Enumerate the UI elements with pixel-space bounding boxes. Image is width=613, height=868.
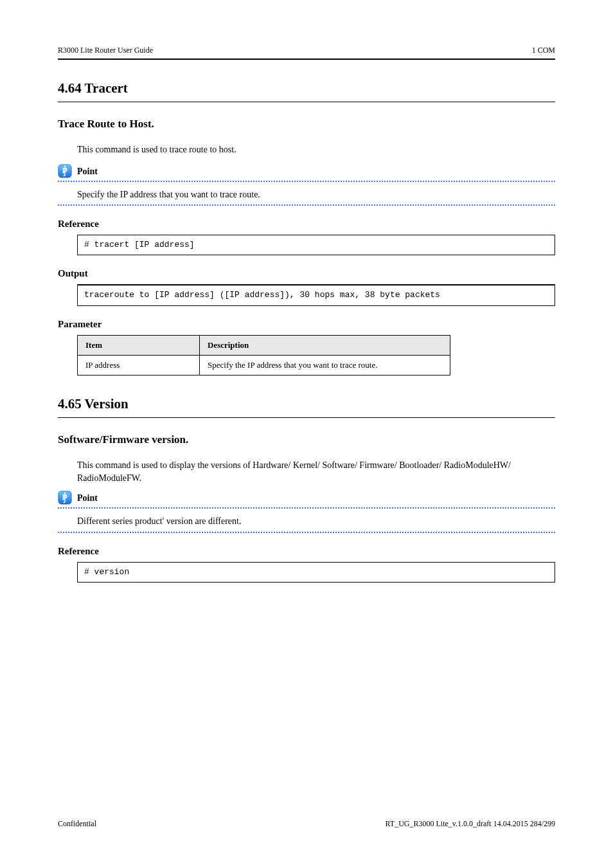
code-box-version: # version	[77, 562, 555, 583]
dotted-rule	[58, 181, 555, 182]
section-subhead-version: Software/Firmware version.	[58, 432, 555, 448]
point-text-1: Specify the IP address that you want to …	[58, 188, 555, 201]
td-description: Specify the IP address that you want to …	[200, 355, 450, 375]
footer-left: Confidential	[58, 818, 96, 829]
output-box-tracert: traceroute to [IP address] ([IP address]…	[77, 284, 555, 305]
code-box-tracert: # tracert [IP address]	[77, 235, 555, 255]
section-rule	[58, 102, 555, 102]
point-label: Point	[77, 165, 98, 178]
section-title-version: 4.65 Version	[58, 395, 555, 413]
reference-label-2: Reference	[58, 545, 555, 558]
th-description: Description	[200, 335, 450, 355]
point-block-1: P Point	[58, 165, 555, 178]
td-item: IP address	[78, 355, 200, 375]
dotted-rule	[58, 532, 555, 533]
point-text-2: Different series product' version are di…	[58, 515, 555, 528]
header-left: R3000 Lite Router User Guide	[58, 45, 153, 56]
parameter-table: Item Description IP address Specify the …	[77, 335, 450, 375]
table-header-row: Item Description	[78, 335, 450, 355]
section-subhead-tracert: Trace Route to Host.	[58, 116, 555, 132]
dotted-rule	[58, 507, 555, 509]
section-title-tracert: 4.64 Tracert	[58, 79, 555, 98]
th-item: Item	[78, 335, 200, 355]
point-block-2: P Point	[58, 492, 555, 505]
dotted-rule	[58, 204, 555, 206]
page-header: R3000 Lite Router User Guide 1 COM	[58, 45, 555, 56]
section-rule	[58, 417, 555, 418]
svg-text:P: P	[62, 493, 67, 502]
point-label: Point	[77, 492, 98, 505]
table-row: IP address Specify the IP address that y…	[78, 355, 450, 375]
output-label: Output	[58, 267, 555, 280]
header-rule	[58, 59, 555, 60]
footer-right: RT_UG_R3000 Lite_v.1.0.0_draft 14.04.201…	[386, 818, 555, 829]
reference-label: Reference	[58, 217, 555, 231]
section-intro-version: This command is used to display the vers…	[58, 459, 555, 484]
point-icon: P	[58, 164, 72, 178]
point-icon: P	[58, 491, 72, 505]
header-right: 1 COM	[532, 45, 555, 56]
parameter-label: Parameter	[58, 318, 555, 331]
section-intro-tracert: This command is used to trace route to h…	[58, 143, 555, 156]
page-footer: Confidential RT_UG_R3000 Lite_v.1.0.0_dr…	[58, 818, 555, 829]
svg-text:P: P	[62, 166, 67, 175]
